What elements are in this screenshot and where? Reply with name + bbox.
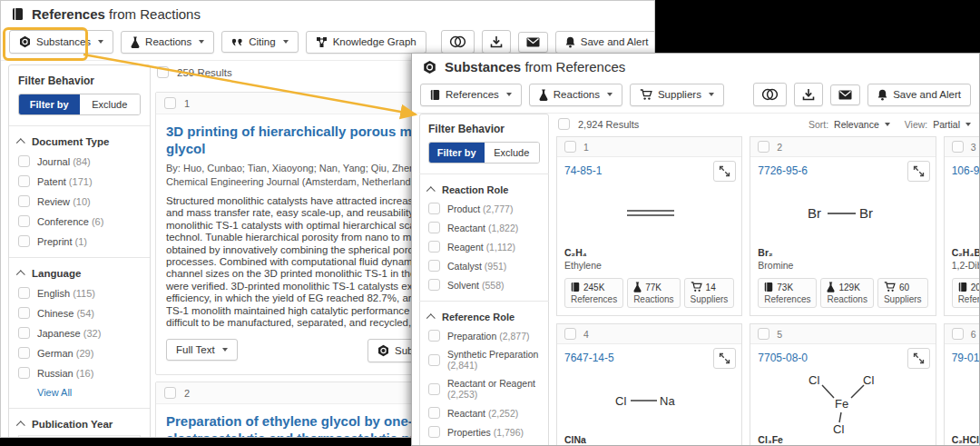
checkbox-icon[interactable] [18,367,30,379]
result-checkbox[interactable] [164,387,176,399]
filter-option-reagent[interactable]: Reagent (1,112) [428,241,540,253]
filter-by-tab[interactable]: Filter by [19,94,80,114]
email-button[interactable] [830,84,860,105]
filter-option-russian[interactable]: Russian (16) [18,367,141,379]
card-checkbox[interactable] [564,141,576,153]
sort-dropdown[interactable]: Relevance [834,119,890,130]
checkbox-icon[interactable] [18,195,30,207]
checkbox-icon[interactable] [18,327,30,339]
filter-option-english[interactable]: English (115) [18,287,141,299]
card-references-button[interactable]: 73K References [758,278,817,308]
filter-section-language[interactable]: Language [18,268,141,279]
reactions-button[interactable]: Reactions [121,31,214,54]
filter-option-preprint[interactable]: Preprint (1) [18,235,141,247]
combine-results-button[interactable] [441,30,475,54]
checkbox-icon[interactable] [18,175,30,187]
reactions-button[interactable]: Reactions [529,84,622,106]
save-and-alert-button[interactable]: Save and Alert [867,84,971,106]
filter-section-publication-year[interactable]: Publication Year [18,419,141,430]
filter-option-review[interactable]: Review (10) [18,195,141,207]
card-checkbox[interactable] [564,328,576,340]
citing-button[interactable]: Citing [221,31,298,53]
cas-rn-link[interactable]: 7726-95-6 [758,164,808,177]
checkbox-icon[interactable] [428,260,440,272]
card-checkbox[interactable] [758,328,769,340]
expand-icon[interactable] [907,348,930,369]
substances-button[interactable]: Substances [9,30,113,54]
filter-option-reactant[interactable]: Reactant (1,822) [428,222,540,233]
filter-option-conference[interactable]: Conference (6) [18,215,141,227]
envelope-icon [526,37,540,47]
results-count: 259 Results [177,67,232,78]
checkbox-icon[interactable] [18,347,30,359]
card-reactions-button[interactable]: 129K Reactions [820,278,873,308]
cas-rn-link[interactable]: 7647-14-5 [564,352,614,364]
publication-year-histogram[interactable] [18,435,141,438]
filter-by-tab[interactable]: Filter by [429,143,485,163]
filter-option-german[interactable]: German (29) [18,347,141,359]
cas-rn-link[interactable]: 79-01-6 [952,352,980,364]
card-checkbox[interactable] [952,141,964,153]
expand-icon[interactable] [713,348,736,369]
filter-option-chinese[interactable]: Chinese (54) [18,307,141,319]
cas-rn-link[interactable]: 74-85-1 [564,164,602,177]
card-body: 79-01-6 ClClCl C₂HCl₃ Trichloroethylene … [945,344,980,446]
filter-option-synthetic-preparation[interactable]: Synthetic Preparation (2,841) [428,349,540,371]
card-body: 7647-14-5 ClNa ClNa Sodium chloride 477K… [557,344,741,446]
filter-option-preparation[interactable]: Preparation (2,877) [428,330,540,342]
checkbox-icon[interactable] [428,407,440,419]
filter-option-catalyst[interactable]: Catalyst (951) [428,260,540,272]
checkbox-icon[interactable] [428,203,440,214]
checkbox-icon[interactable] [18,307,30,319]
filter-option-product[interactable]: Product (2,777) [428,203,540,214]
checkbox-icon[interactable] [428,222,440,233]
filter-option-patent[interactable]: Patent (171) [18,175,141,187]
expand-icon[interactable] [907,161,930,182]
checkbox-icon[interactable] [428,383,440,395]
expand-icon[interactable] [713,161,736,182]
view-dropdown[interactable]: Partial [933,119,971,130]
filter-section-reference-role[interactable]: Reference Role [428,312,540,322]
checkbox-icon[interactable] [428,354,440,366]
filter-option-journal[interactable]: Journal (84) [18,155,141,167]
substance-card-79-01-6: 6 79-01-6 ClClCl C₂HCl₃ Trichloroethylen… [944,323,980,446]
checkbox-icon[interactable] [428,426,440,438]
filter-option-reactant-or-reagent[interactable]: Reactant or Reagent (2,253) [428,378,540,400]
card-suppliers-button[interactable]: 14 Suppliers [684,278,735,308]
card-checkbox[interactable] [758,141,769,153]
filter-section-document-type[interactable]: Document Type [18,136,141,147]
exclude-tab[interactable]: Exclude [80,94,141,114]
checkbox-icon[interactable] [18,287,30,299]
save-and-alert-button[interactable]: Save and Alert [555,31,655,54]
filter-option-properties[interactable]: Properties (1,796) [428,426,540,438]
select-all-checkbox[interactable] [558,118,570,130]
checkbox-icon[interactable] [18,215,30,227]
combine-results-button[interactable] [753,83,787,106]
exclude-tab[interactable]: Exclude [485,143,540,163]
references-button[interactable]: References [420,84,522,106]
card-reactions-button[interactable]: 77K Reactions [627,278,680,308]
checkbox-icon[interactable] [428,241,440,253]
filter-option-reactant[interactable]: Reactant (2,252) [428,407,540,419]
suppliers-button[interactable]: Suppliers [630,84,724,106]
result-checkbox[interactable] [164,97,176,109]
filter-option-solvent[interactable]: Solvent (558) [428,279,540,291]
card-references-button[interactable]: 20K References [952,278,980,308]
view-all-link[interactable]: View All [37,387,141,398]
full-text-button[interactable]: Full Text [166,339,238,361]
filter-section-reaction-role[interactable]: Reaction Role [428,184,540,195]
knowledge-graph-button[interactable]: Knowledge Graph [306,31,426,54]
card-references-button[interactable]: 245K References [564,278,623,308]
card-checkbox[interactable] [952,328,964,340]
select-all-checkbox[interactable] [157,66,169,78]
checkbox-icon[interactable] [18,155,30,167]
download-button[interactable] [482,30,511,54]
checkbox-icon[interactable] [428,279,440,291]
email-button[interactable] [518,32,548,53]
card-suppliers-button[interactable]: 60 Suppliers [877,278,928,308]
cas-rn-link[interactable]: 106-93-4 [952,164,980,177]
filter-option-japanese[interactable]: Japanese (32) [18,327,141,339]
download-button[interactable] [794,83,823,106]
checkbox-icon[interactable] [18,235,30,247]
checkbox-icon[interactable] [428,330,440,342]
